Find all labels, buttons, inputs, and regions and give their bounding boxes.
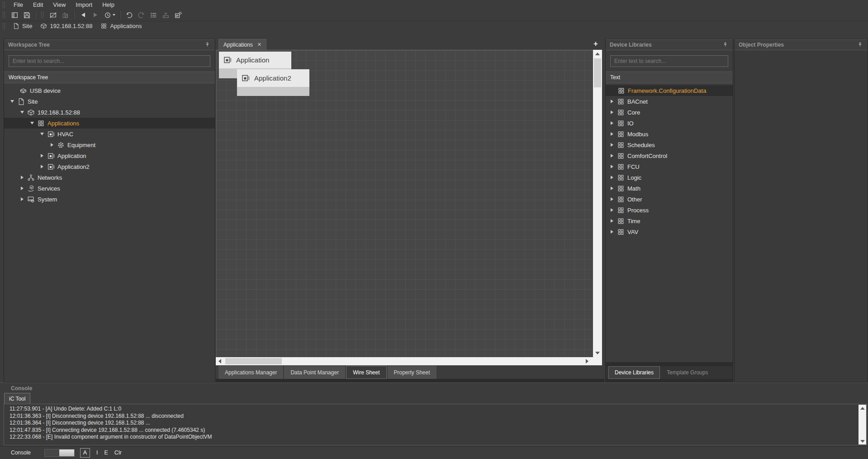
scroll-down-button[interactable] bbox=[859, 438, 866, 445]
close-icon[interactable]: ✕ bbox=[257, 42, 261, 47]
workspace-search-input[interactable] bbox=[9, 55, 210, 67]
expander-collapsed[interactable] bbox=[609, 186, 614, 191]
library-item-process[interactable]: Process bbox=[606, 205, 733, 215]
expander-collapsed[interactable] bbox=[609, 99, 614, 104]
tree-item-hvac[interactable]: HVAC bbox=[4, 129, 215, 139]
filter-all-button[interactable]: A bbox=[80, 448, 90, 458]
pin-button[interactable] bbox=[721, 41, 729, 48]
tab-ic-tool[interactable]: iC Tool bbox=[4, 393, 30, 404]
tab-data-point-manager[interactable]: Data Point Manager bbox=[284, 366, 345, 379]
expander-collapsed[interactable] bbox=[49, 143, 54, 148]
expander-collapsed[interactable] bbox=[39, 153, 44, 158]
scroll-up-button[interactable] bbox=[859, 405, 866, 411]
tab-applications-manager[interactable]: Applications Manager bbox=[218, 366, 283, 379]
scroll-up-button[interactable] bbox=[593, 50, 602, 58]
expander-collapsed[interactable] bbox=[609, 153, 614, 158]
ip-settings-button[interactable] bbox=[172, 10, 184, 20]
tree-item-networks[interactable]: Networks bbox=[4, 172, 215, 183]
expander-expanded[interactable] bbox=[9, 99, 14, 104]
library-item-core[interactable]: Core bbox=[606, 107, 733, 118]
expander-expanded[interactable] bbox=[39, 132, 44, 137]
application2-block[interactable]: Application2 bbox=[237, 69, 309, 87]
tab-property-sheet[interactable]: Property Sheet bbox=[388, 366, 436, 379]
grip-handle[interactable] bbox=[3, 2, 5, 8]
scroll-left-button[interactable] bbox=[216, 357, 224, 365]
expander-collapsed[interactable] bbox=[19, 197, 24, 202]
expander-collapsed[interactable] bbox=[19, 186, 24, 191]
tab-template-groups[interactable]: Template Groups bbox=[661, 366, 714, 379]
horizontal-scroll-thumb[interactable] bbox=[225, 358, 282, 364]
tree-item-application[interactable]: Application bbox=[4, 150, 215, 161]
grip-handle[interactable] bbox=[3, 23, 5, 29]
menu-import[interactable]: Import bbox=[71, 0, 97, 9]
expander-collapsed[interactable] bbox=[609, 208, 614, 213]
library-item-other[interactable]: Other bbox=[606, 194, 733, 205]
tree-item-application2[interactable]: Application2 bbox=[4, 161, 215, 172]
expander-collapsed[interactable] bbox=[609, 219, 614, 224]
expander-collapsed[interactable] bbox=[609, 121, 614, 126]
library-item-math[interactable]: Math bbox=[606, 183, 733, 194]
back-button[interactable] bbox=[77, 10, 89, 20]
library-item-framework-configurationdata[interactable]: Framework.ConfigurationData bbox=[606, 85, 733, 96]
console-verbosity-slider[interactable] bbox=[44, 449, 75, 457]
expander-collapsed[interactable] bbox=[609, 143, 614, 148]
tab-device-libraries[interactable]: Device Libraries bbox=[608, 366, 660, 379]
library-item-fcu[interactable]: FCU bbox=[606, 161, 733, 172]
expander-collapsed[interactable] bbox=[609, 175, 614, 180]
add-tab-button[interactable]: + bbox=[592, 40, 600, 48]
grip-handle[interactable] bbox=[41, 12, 43, 18]
library-item-modbus[interactable]: Modbus bbox=[606, 129, 733, 139]
library-item-schedules[interactable]: Schedules bbox=[606, 139, 733, 150]
wire-sheet-canvas[interactable]: Application Application2 bbox=[216, 50, 593, 357]
library-item-vav[interactable]: VAV bbox=[606, 226, 733, 237]
library-item-io[interactable]: IO bbox=[606, 118, 733, 129]
edit-mode-button[interactable] bbox=[47, 10, 59, 20]
tab-applications[interactable]: Applications ✕ bbox=[218, 39, 266, 50]
menu-edit[interactable]: Edit bbox=[28, 0, 48, 9]
expander-collapsed[interactable] bbox=[609, 230, 614, 234]
breadcrumb-applications[interactable]: Applications bbox=[96, 23, 146, 29]
grip-handle[interactable] bbox=[3, 12, 5, 18]
library-item-logic[interactable]: Logic bbox=[606, 172, 733, 183]
pin-button[interactable] bbox=[204, 41, 211, 48]
tree-item-usb-device[interactable]: USB device bbox=[4, 85, 215, 96]
expander-collapsed[interactable] bbox=[609, 164, 614, 169]
menu-help[interactable]: Help bbox=[97, 0, 119, 9]
tree-item-system[interactable]: System bbox=[4, 194, 215, 205]
tree-item-equipment[interactable]: Equipment bbox=[4, 139, 215, 150]
undo-button[interactable] bbox=[123, 10, 135, 20]
expander-collapsed[interactable] bbox=[609, 110, 614, 115]
vertical-scroll-thumb[interactable] bbox=[594, 58, 601, 87]
filter-error-button[interactable]: E bbox=[104, 449, 108, 456]
menu-view[interactable]: View bbox=[48, 0, 71, 9]
horizontal-scrollbar[interactable] bbox=[216, 357, 602, 365]
list-button[interactable] bbox=[147, 10, 160, 20]
forward-button[interactable] bbox=[89, 10, 101, 20]
device-libraries-search-input[interactable] bbox=[610, 55, 728, 67]
clear-log-button[interactable]: Clr bbox=[114, 449, 122, 456]
application2-block-body[interactable] bbox=[237, 87, 309, 96]
slider-thumb[interactable] bbox=[59, 449, 74, 456]
tree-item-services[interactable]: Services bbox=[4, 183, 215, 194]
expander-collapsed[interactable] bbox=[39, 164, 44, 169]
history-button[interactable] bbox=[101, 10, 118, 20]
scroll-right-button[interactable] bbox=[583, 357, 591, 365]
library-item-bacnet[interactable]: BACnet bbox=[606, 96, 733, 107]
workspace-window-button[interactable] bbox=[9, 10, 21, 20]
tree-item-site[interactable]: Site bbox=[4, 96, 215, 107]
library-item-comfortcontrol[interactable]: ComfortControl bbox=[606, 150, 733, 161]
scroll-down-button[interactable] bbox=[593, 349, 602, 357]
tree-item-device[interactable]: 192.168.1.52:88 bbox=[4, 107, 215, 118]
filter-info-button[interactable]: I bbox=[96, 449, 98, 456]
breadcrumb-site[interactable]: Site bbox=[9, 23, 36, 29]
library-item-time[interactable]: Time bbox=[606, 215, 733, 226]
expander-expanded[interactable] bbox=[29, 121, 34, 126]
breadcrumb-device[interactable]: 192.168.1.52:88 bbox=[36, 23, 96, 29]
expander-collapsed[interactable] bbox=[609, 132, 614, 137]
tab-wire-sheet[interactable]: Wire Sheet bbox=[346, 366, 386, 379]
vertical-scrollbar[interactable] bbox=[593, 50, 602, 357]
menu-file[interactable]: File bbox=[9, 0, 28, 9]
device-upload-button[interactable] bbox=[160, 10, 172, 20]
expander-collapsed[interactable] bbox=[609, 197, 614, 202]
redo-button[interactable] bbox=[135, 10, 147, 20]
